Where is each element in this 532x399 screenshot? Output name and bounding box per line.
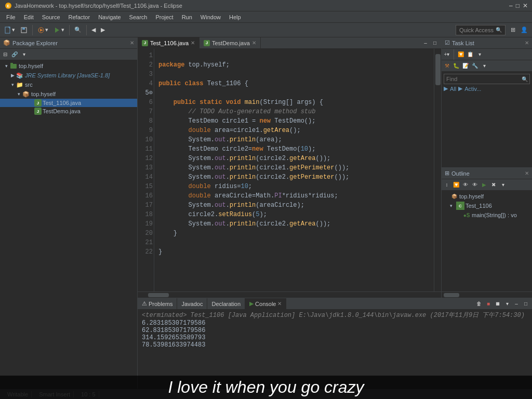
task-filter2[interactable]: 📋 xyxy=(466,50,474,59)
outline-filter3[interactable]: 👁 xyxy=(471,181,479,189)
user-icon[interactable]: 👤 xyxy=(518,25,530,34)
new-button[interactable]: ▾ xyxy=(2,25,17,35)
outline-item-method[interactable]: ●S main(String[]) : vo xyxy=(443,210,531,220)
task-dropdown[interactable]: ▾ xyxy=(480,62,488,70)
package-explorer-title: Package Explorer xyxy=(12,40,130,46)
task-filter3[interactable]: ▾ xyxy=(475,50,484,59)
jre-arrow[interactable]: ▶ xyxy=(9,73,16,78)
find-input[interactable] xyxy=(444,76,520,82)
javadoc-label: Javadoc xyxy=(181,301,203,307)
collapse-all-button[interactable]: ⊟ xyxy=(1,50,9,59)
src-arrow[interactable]: ▾ xyxy=(9,82,16,87)
task-btn4[interactable]: 🔧 xyxy=(471,62,479,70)
menu-item-refactor[interactable]: Refactor xyxy=(64,13,95,21)
menu-item-window[interactable]: Window xyxy=(196,13,225,21)
menu-item-source[interactable]: Source xyxy=(38,13,64,21)
console-menu[interactable]: ▾ xyxy=(503,300,511,308)
tree-item-src[interactable]: ▾ 📁 src xyxy=(0,80,137,89)
code-editor[interactable]: 1234 5⊙ 678910 1112131415 1617181920 212… xyxy=(138,49,441,291)
tree-item-package[interactable]: ▾ 📦 top.hyself xyxy=(0,89,137,99)
close-button[interactable]: ✕ xyxy=(523,2,528,9)
task-list-close[interactable]: ✕ xyxy=(525,40,529,46)
task-list-toolbar: +▾ 🔽 📋 ▾ xyxy=(442,49,532,60)
editor-tab-testdemo[interactable]: J TestDemo.java ✕ xyxy=(200,37,261,49)
outline-filter2[interactable]: 👁 xyxy=(461,181,470,189)
tree-item-project[interactable]: ▾ top.hyself xyxy=(0,61,137,71)
project-icon xyxy=(9,62,18,70)
outline-item-class[interactable]: ▾ C Test_1106 xyxy=(443,201,531,210)
menu-item-file[interactable]: File xyxy=(2,13,20,21)
tree-item-file1[interactable]: J Test_1106.java xyxy=(0,99,137,107)
menu-item-run[interactable]: Run xyxy=(178,13,196,21)
tab-console[interactable]: ▶ Console ✕ xyxy=(245,298,286,310)
find-search-icon[interactable]: 🔍 xyxy=(520,76,529,82)
link-editor-button[interactable]: 🔗 xyxy=(10,50,19,59)
task-btn2[interactable]: 🐛 xyxy=(452,62,460,70)
outline-item-package[interactable]: 📦 top.hyself xyxy=(443,192,531,201)
editor-scrollbar-indicator[interactable] xyxy=(434,49,441,291)
tab-javadoc[interactable]: Javadoc xyxy=(177,298,207,310)
filter-activ[interactable]: Activ... xyxy=(464,86,481,92)
file1-icon: J xyxy=(34,99,42,107)
run-button[interactable]: ▾ xyxy=(51,25,66,35)
tab1-close[interactable]: ✕ xyxy=(191,40,195,46)
task-filter1[interactable]: 🔽 xyxy=(457,50,465,59)
editor-min-button[interactable]: – xyxy=(421,39,430,47)
outline-filter1[interactable]: 🔽 xyxy=(452,181,460,189)
next-button[interactable]: ▶ xyxy=(99,25,107,34)
search-button[interactable]: 🔍 xyxy=(72,25,84,34)
project-arrow[interactable]: ▾ xyxy=(3,63,9,69)
bottom-tabs: ⚠ Problems Javadoc Declaration ▶ Console… xyxy=(138,298,532,310)
package-arrow[interactable]: ▾ xyxy=(16,91,22,97)
tree-item-file2[interactable]: J TestDemo.java xyxy=(0,107,137,115)
filter-arrow2[interactable]: ▶ xyxy=(458,85,462,92)
outline-close[interactable]: ✕ xyxy=(525,170,529,176)
debug-button[interactable]: ▾ xyxy=(35,25,50,35)
svg-rect-9 xyxy=(10,64,17,69)
task-list-content xyxy=(442,93,532,167)
package-explorer-tree: ▾ top.hyself ▶ 📚 JRE System Library [Jav… xyxy=(0,60,137,389)
console-terminate-button[interactable]: ■ xyxy=(484,300,493,308)
console-close[interactable]: ✕ xyxy=(277,301,282,307)
perspective-button[interactable]: ⊞ xyxy=(509,25,517,34)
editor-tab-test1106[interactable]: J Test_1106.java ✕ xyxy=(138,37,200,49)
menu-item-project[interactable]: Project xyxy=(151,13,177,21)
tree-item-jre[interactable]: ▶ 📚 JRE System Library [JavaSE-1.8] xyxy=(0,71,137,80)
quick-access-bar[interactable]: Quick Access 🔍 xyxy=(456,25,506,35)
tab-problems[interactable]: ⚠ Problems xyxy=(138,298,177,310)
package-explorer-close[interactable]: ✕ xyxy=(130,40,134,46)
bottom-min-button[interactable]: – xyxy=(512,300,521,308)
console-stop-button[interactable]: ⏹ xyxy=(494,300,502,308)
editor-max-button[interactable]: □ xyxy=(431,39,439,47)
outline-class-arrow[interactable]: ▾ xyxy=(450,203,456,208)
code-content[interactable]: package top.hyself; public class Test_11… xyxy=(154,49,434,291)
prev-button[interactable]: ◀ xyxy=(89,25,98,34)
project-label: top.hyself xyxy=(19,63,43,69)
tab-declaration[interactable]: Declaration xyxy=(207,298,245,310)
filter-arrow[interactable]: ▶ xyxy=(444,85,448,92)
menu-item-navigate[interactable]: Navigate xyxy=(94,13,125,21)
tab2-close[interactable]: ✕ xyxy=(252,40,256,46)
console-clear-button[interactable]: 🗑 xyxy=(475,300,483,308)
outline-close2[interactable]: ✖ xyxy=(489,181,498,189)
minimize-button[interactable]: – xyxy=(509,2,513,9)
maximize-button[interactable]: □ xyxy=(516,2,520,9)
file2-label: TestDemo.java xyxy=(43,108,81,114)
task-add-button[interactable]: +▾ xyxy=(443,50,451,59)
filter-all[interactable]: All xyxy=(450,86,456,92)
menu-item-edit[interactable]: Edit xyxy=(20,13,38,21)
task-btn1[interactable]: ⚒ xyxy=(443,62,451,70)
editor-hscrollbar[interactable] xyxy=(138,291,441,298)
outline-title: Outline xyxy=(451,170,525,177)
bottom-max-button[interactable]: □ xyxy=(522,300,530,308)
outline-dropdown[interactable]: ▾ xyxy=(499,181,507,189)
task-btn3[interactable]: 📝 xyxy=(461,62,470,70)
outline-hscrollbar[interactable] xyxy=(442,291,532,298)
outline-sort[interactable]: ↕ xyxy=(443,181,451,189)
save-button[interactable] xyxy=(18,25,30,35)
menu-item-search[interactable]: Search xyxy=(125,13,152,21)
outline-run[interactable]: ▶ xyxy=(480,181,488,189)
find-bar[interactable]: 🔍 xyxy=(444,74,530,84)
menu-item-help[interactable]: Help xyxy=(225,13,245,21)
pkg-explorer-menu[interactable]: ▾ xyxy=(20,50,28,59)
